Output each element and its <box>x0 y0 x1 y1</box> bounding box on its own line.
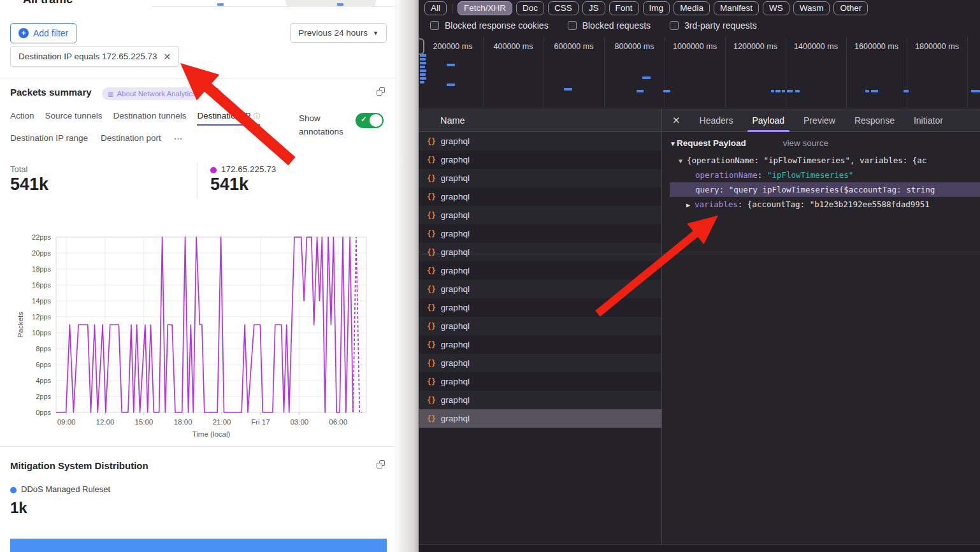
payload-query-line[interactable]: query: "query ipFlowTimeseries($accountT… <box>670 182 980 197</box>
request-row[interactable]: {}graphql <box>419 150 661 169</box>
packets-tab-destination-port[interactable]: Destination port <box>101 133 161 148</box>
show-annotations-label: Show annotations <box>299 112 356 138</box>
svg-text:Time (local): Time (local) <box>192 430 231 438</box>
chart-svg: 22pps20pps18pps16pps14pps12pps10pps8pps6… <box>14 229 384 441</box>
view-source-link[interactable]: view source <box>783 138 828 148</box>
payload-variables-line[interactable]: ▶variables: {accountTag: "b12e3b2192ee55… <box>670 197 980 212</box>
book-icon: ▥ <box>108 91 113 98</box>
detail-tab-payload[interactable]: Payload <box>753 109 785 132</box>
request-row[interactable]: {}graphql <box>419 224 661 243</box>
filter-pill-all[interactable]: All <box>424 1 447 15</box>
checkbox-box[interactable] <box>430 21 439 30</box>
request-row[interactable]: {}graphql <box>419 317 661 335</box>
checkbox-box[interactable] <box>670 21 679 30</box>
expand-triangle-icon[interactable]: ▶ <box>686 201 690 208</box>
json-request-icon: {} <box>427 192 436 201</box>
detail-tab-initiator[interactable]: Initiator <box>914 109 943 132</box>
request-row[interactable]: {}graphql <box>419 280 661 298</box>
checkbox-blocked-response-cookies[interactable]: Blocked response cookies <box>430 20 549 31</box>
add-filter-button[interactable]: + Add filter <box>10 23 76 43</box>
svg-text:20pps: 20pps <box>32 249 51 257</box>
request-row[interactable]: {}graphql <box>419 372 661 391</box>
packets-tab-destination-ip-range[interactable]: Destination IP range <box>10 133 88 148</box>
request-row[interactable]: {}graphql <box>419 243 661 261</box>
filter-pill-wasm[interactable]: Wasm <box>793 1 830 15</box>
request-row[interactable]: {}graphql <box>419 409 661 428</box>
request-name: graphql <box>441 377 470 386</box>
filter-pill-font[interactable]: Font <box>609 1 639 15</box>
time-range-dropdown[interactable]: Previous 24 hours ▼ <box>290 23 387 43</box>
expand-card-icon[interactable] <box>377 87 385 96</box>
checkbox-blocked-requests[interactable]: Blocked requests <box>568 20 651 31</box>
timeline-request-mark <box>420 54 426 57</box>
remove-filter-icon[interactable]: ✕ <box>163 52 171 62</box>
checkbox-box[interactable] <box>568 21 577 30</box>
timeline-request-mark <box>904 90 909 92</box>
timeline-request-mark <box>420 73 426 76</box>
packets-tab-⋯[interactable]: ⋯ <box>174 133 183 148</box>
request-payload-title[interactable]: ▼Request Payload <box>670 138 746 148</box>
filter-pill-css[interactable]: CSS <box>548 1 579 15</box>
packets-tab-source-tunnels[interactable]: Source tunnels <box>45 111 103 126</box>
json-request-icon: {} <box>427 229 436 238</box>
legend-dot <box>10 487 17 493</box>
svg-text:18:00: 18:00 <box>174 418 192 426</box>
detail-tab-response[interactable]: Response <box>854 109 895 132</box>
packets-tab-destination-ip[interactable]: Destination IPⓘ <box>197 111 260 126</box>
collapse-triangle-icon[interactable]: ▼ <box>679 157 682 164</box>
timeline-request-mark <box>787 90 793 92</box>
packets-tab-destination-tunnels[interactable]: Destination tunnels <box>113 111 187 126</box>
filter-pill-ws[interactable]: WS <box>763 1 789 15</box>
filter-pill-doc[interactable]: Doc <box>516 1 544 15</box>
request-row[interactable]: {}graphql <box>419 354 661 372</box>
divider <box>0 78 396 78</box>
request-list-empty-area <box>419 428 662 544</box>
timeline-drag-handle[interactable] <box>419 38 424 55</box>
svg-text:12:00: 12:00 <box>96 418 115 426</box>
request-row[interactable]: {}graphql <box>419 206 661 224</box>
filter-pill-img[interactable]: Img <box>643 1 670 15</box>
filter-pill-fetch-xhr[interactable]: Fetch/XHR <box>458 1 512 15</box>
name-column-header[interactable]: Name <box>419 109 662 132</box>
timeline-request-mark <box>775 90 781 92</box>
svg-text:22pps: 22pps <box>32 233 51 241</box>
request-row[interactable]: {}graphql <box>419 169 661 187</box>
filter-pill-js[interactable]: JS <box>582 1 605 15</box>
filter-pill-other[interactable]: Other <box>833 1 868 15</box>
network-overview-timeline[interactable]: 200000 ms400000 ms600000 ms800000 ms1000… <box>419 37 980 108</box>
timeline-request-mark <box>642 76 651 79</box>
filter-chip[interactable]: Destination IP equals 172.65.225.73 ✕ <box>10 46 179 67</box>
request-row[interactable]: {}graphql <box>419 187 661 206</box>
show-annotations-toggle[interactable]: ✓ <box>356 113 384 128</box>
svg-text:8pps: 8pps <box>36 345 51 352</box>
analytics-panel: All traffic + Add filter Previous 24 hou… <box>0 0 396 552</box>
about-network-analytics-badge[interactable]: ▥ About Network Analytics <box>102 87 201 100</box>
packets-tab-action[interactable]: Action <box>10 111 34 126</box>
svg-text:16pps: 16pps <box>32 281 51 289</box>
request-row[interactable]: {}graphql <box>419 391 661 409</box>
payload-preview-line[interactable]: ▼{operationName: "ipFlowTimeseries", var… <box>670 153 980 168</box>
svg-text:14pps: 14pps <box>32 297 51 305</box>
window-gap <box>396 0 419 552</box>
request-row[interactable]: {}graphql <box>419 261 661 280</box>
request-row[interactable]: {}graphql <box>419 132 661 150</box>
checkbox-3rd-party-requests[interactable]: 3rd-party requests <box>670 20 757 31</box>
timeline-label: 600000 ms <box>554 42 594 51</box>
timeline-request-mark <box>447 84 455 86</box>
expand-card-icon[interactable] <box>377 460 385 468</box>
json-request-icon: {} <box>427 248 436 257</box>
request-row[interactable]: {}graphql <box>419 335 661 354</box>
payload-panel: ▼Request Payload view source ▼{operation… <box>662 132 980 212</box>
detail-tab-preview[interactable]: Preview <box>803 109 835 132</box>
close-icon[interactable]: ✕ <box>662 115 690 126</box>
json-request-icon: {} <box>427 396 436 405</box>
timeline-request-mark <box>971 90 980 92</box>
filter-pill-media[interactable]: Media <box>674 1 710 15</box>
filter-pill-manifest[interactable]: Manifest <box>714 1 759 15</box>
request-row[interactable]: {}graphql <box>419 298 661 317</box>
detail-tab-headers[interactable]: Headers <box>700 109 733 132</box>
top-clipped-control <box>285 0 376 7</box>
svg-text:21:00: 21:00 <box>213 418 231 426</box>
timeline-gridline <box>907 37 907 108</box>
request-name: graphql <box>441 414 470 423</box>
